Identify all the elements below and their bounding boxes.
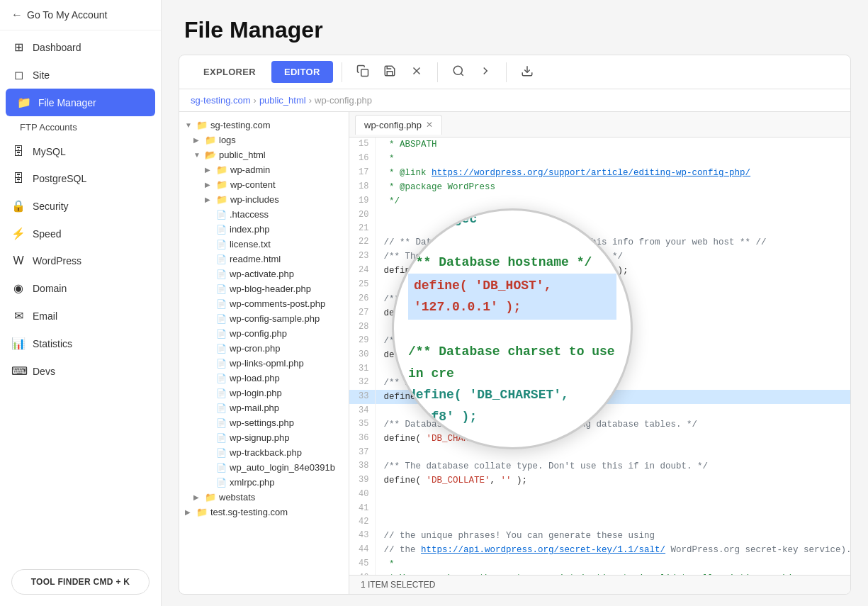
close-file-button[interactable] (405, 60, 429, 84)
tree-item-public-html[interactable]: ▼ 📂 public_html (179, 147, 349, 162)
sidebar-item-postgresql[interactable]: 🗄 PostgreSQL (0, 165, 161, 192)
file-icon: 📄 (216, 374, 227, 383)
file-icon: 📄 (216, 359, 227, 369)
sidebar-item-label: File Manager (38, 97, 96, 108)
tree-item-wp-trackback[interactable]: 📄 wp-trackback.php (179, 445, 349, 460)
sidebar-item-label: Devs (33, 366, 55, 377)
table-row: 36define( 'DB_CHARSET', 'utf8' ); (349, 432, 850, 446)
chevron-icon: ▼ (193, 151, 202, 159)
tree-item-label: xmlrpc.php (230, 477, 275, 488)
tree-item-readme[interactable]: 📄 readme.html (179, 252, 349, 266)
line-number: 24 (349, 264, 375, 278)
tree-item-wp-comments-post[interactable]: 📄 wp-comments-post.php (179, 296, 349, 311)
copy-button[interactable] (351, 60, 375, 84)
sidebar-item-wordpress[interactable]: W WordPress (0, 247, 161, 274)
go-back-button[interactable]: ← Go To My Account (0, 0, 161, 30)
path-button[interactable] (473, 60, 497, 84)
sidebar-item-mysql[interactable]: 🗄 MySQL (0, 138, 161, 165)
breadcrumb: sg-testing.com › public_html › wp-config… (179, 89, 850, 112)
tree-item-label: wp-content (230, 179, 276, 190)
tree-item-test-sg[interactable]: ▶ 📁 test.sg-testing.com (179, 505, 349, 520)
tree-item-wp-cron[interactable]: 📄 wp-cron.php (179, 341, 349, 356)
tree-item-wp-blog-header[interactable]: 📄 wp-blog-header.php (179, 281, 349, 296)
line-code: * ABSPATH (375, 138, 850, 152)
code-editor[interactable]: /** Database password */ define( 'DB_PAS… (349, 138, 850, 575)
file-icon: 📄 (216, 240, 227, 249)
tree-item-wp-admin[interactable]: ▶ 📁 wp-admin (179, 162, 349, 177)
line-number: 19 (349, 194, 375, 208)
tree-item-wp-links-opml[interactable]: 📄 wp-links-opml.php (179, 356, 349, 371)
tree-item-wp-config[interactable]: 📄 wp-config.php (179, 326, 349, 341)
line-code (375, 362, 850, 376)
editor-tab[interactable]: EDITOR (271, 61, 333, 83)
sidebar-item-file-manager[interactable]: 📁 File Manager (6, 89, 155, 116)
tree-item-xmlrpc[interactable]: 📄 xmlrpc.php (179, 475, 349, 490)
line-number: 38 (349, 459, 375, 473)
download-button[interactable] (515, 60, 539, 84)
sidebar-item-ftp[interactable]: FTP Accounts (0, 116, 161, 138)
tree-item-logs[interactable]: ▶ 📁 logs (179, 133, 349, 147)
tree-item-wp-config-sample[interactable]: 📄 wp-config-sample.php (179, 311, 349, 326)
tree-item-wp-auto-login[interactable]: 📄 wp_auto_login_84e0391b (179, 460, 349, 475)
tree-item-label: wp-admin (230, 164, 270, 175)
tree-item-htaccess[interactable]: 📄 .htaccess (179, 207, 349, 222)
tree-item-index-php[interactable]: 📄 index.php (179, 222, 349, 237)
line-code (375, 404, 850, 417)
line-number: 27 (349, 306, 375, 320)
tree-item-label: public_html (219, 150, 266, 160)
explorer-tab[interactable]: EXPLORER (191, 61, 269, 83)
sidebar-item-devs[interactable]: ⌨ Devs (0, 357, 161, 385)
tree-item-label: wp-activate.php (230, 269, 294, 279)
tree-item-wp-signup[interactable]: 📄 wp-signup.php (179, 430, 349, 445)
table-row: 21 (349, 222, 850, 235)
file-icon: 📄 (216, 314, 227, 324)
file-icon: 📄 (216, 418, 227, 428)
tree-item-wp-content[interactable]: ▶ 📁 wp-content (179, 177, 349, 192)
statistics-icon: 📊 (11, 337, 26, 350)
tree-item-wp-login[interactable]: 📄 wp-login.php (179, 386, 349, 400)
file-icon: 📄 (216, 254, 227, 264)
speed-icon: ⚡ (11, 227, 26, 240)
sidebar-item-dashboard[interactable]: ⊞ Dashboard (0, 33, 161, 61)
sidebar-item-security[interactable]: 🔒 Security (0, 192, 161, 220)
tree-item-wp-mail[interactable]: 📄 wp-mail.php (179, 400, 349, 415)
sidebar-item-speed[interactable]: ⚡ Speed (0, 220, 161, 247)
table-row: 38/** The database collate type. Don't u… (349, 459, 850, 473)
tree-item-label: license.txt (230, 239, 271, 249)
search-button[interactable] (446, 60, 470, 84)
line-code: * You can change these at any point in t… (375, 571, 850, 575)
close-tab-button[interactable]: ✕ (426, 120, 433, 130)
tree-item-webstats[interactable]: ▶ 📁 webstats (179, 490, 349, 505)
tool-finder-button[interactable]: TOOL FINDER CMD + K (11, 569, 150, 595)
table-row: 39define( 'DB_COLLATE', '' ); (349, 473, 850, 488)
tree-item-label: readme.html (230, 254, 281, 264)
tree-item-wp-includes[interactable]: ▶ 📁 wp-includes (179, 192, 349, 207)
line-code: /** MySQL database username */ (375, 292, 850, 306)
editor-tab-wp-config[interactable]: wp-config.php ✕ (355, 115, 442, 135)
sidebar-item-domain[interactable]: ◉ Domain (0, 274, 161, 302)
line-number: 42 (349, 515, 375, 529)
line-code (375, 515, 850, 529)
breadcrumb-root[interactable]: sg-testing.com (191, 95, 251, 106)
breadcrumb-current: wp-config.php (315, 95, 372, 106)
tree-item-wp-settings[interactable]: 📄 wp-settings.php (179, 415, 349, 430)
sidebar-item-statistics[interactable]: 📊 Statistics (0, 330, 161, 357)
table-row: 45 * (349, 557, 850, 571)
line-number: 17 (349, 166, 375, 180)
sidebar-item-email[interactable]: ✉ Email (0, 302, 161, 330)
table-row: 35/** Database charset to use in creatin… (349, 417, 850, 432)
tree-item-sg-testing[interactable]: ▼ 📁 sg-testing.com (179, 118, 349, 133)
sidebar-item-site[interactable]: ◻ Site (0, 61, 161, 89)
tree-item-wp-load[interactable]: 📄 wp-load.php (179, 371, 349, 386)
tree-item-wp-activate[interactable]: 📄 wp-activate.php (179, 266, 349, 281)
table-row: 44// the https://api.wordpress.org/secre… (349, 543, 850, 557)
save-button[interactable] (378, 60, 402, 84)
line-number: 29 (349, 334, 375, 348)
sidebar-item-label: PostgreSQL (33, 173, 86, 184)
tree-item-license[interactable]: 📄 license.txt (179, 237, 349, 252)
breadcrumb-public[interactable]: public_html (259, 95, 306, 106)
tree-item-label: wp-config-sample.php (230, 313, 320, 324)
devs-icon: ⌨ (11, 364, 26, 378)
line-number: 45 (349, 557, 375, 571)
sidebar-item-label: Domain (33, 283, 67, 294)
